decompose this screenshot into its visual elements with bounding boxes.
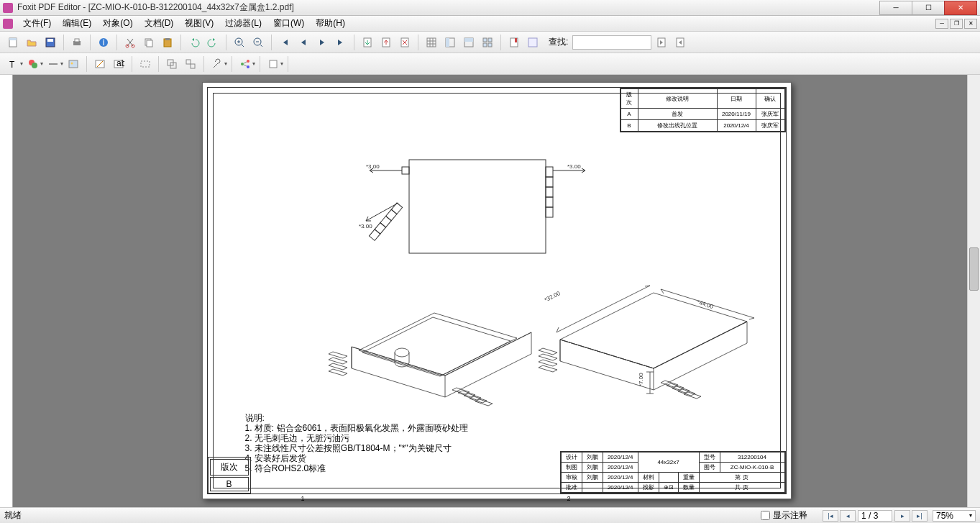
- svg-rect-36: [69, 60, 78, 68]
- maximize-button[interactable]: ☐: [912, 1, 945, 15]
- vertical-scrollbar[interactable]: [967, 75, 980, 507]
- tool-misc-button[interactable]: [524, 34, 541, 51]
- nav-prev-button[interactable]: ◂: [840, 510, 856, 522]
- layout1-button[interactable]: [441, 34, 459, 51]
- group-button[interactable]: [163, 55, 180, 73]
- svg-rect-27: [488, 43, 492, 47]
- menu-doc[interactable]: 文档(D): [139, 17, 180, 29]
- menu-filter[interactable]: 过滤器(L): [219, 17, 267, 29]
- nav-first-button[interactable]: |◂: [823, 510, 838, 522]
- zoom-out-button[interactable]: [249, 34, 267, 51]
- prev-page-button[interactable]: [295, 34, 312, 51]
- show-annotations-label: 显示注释: [773, 509, 807, 522]
- wrench-button[interactable]: [209, 55, 226, 73]
- svg-text:*3.00: *3.00: [567, 163, 581, 170]
- share-button[interactable]: [237, 55, 254, 73]
- mdi-restore-button[interactable]: ❐: [950, 19, 963, 29]
- delete-page-button[interactable]: [396, 34, 413, 51]
- copy-button[interactable]: [140, 34, 157, 51]
- edit-obj-button[interactable]: [91, 55, 109, 73]
- cut-button[interactable]: [122, 34, 139, 51]
- toolbar-secondary: T▾ ▾ ▾ ab ▾ ▾ ▾: [0, 53, 980, 75]
- svg-rect-19: [427, 38, 436, 47]
- paste-button[interactable]: [159, 34, 176, 51]
- app-icon: [3, 3, 13, 13]
- svg-rect-13: [165, 38, 170, 40]
- print-button[interactable]: [68, 34, 86, 51]
- close-button[interactable]: ✕: [944, 1, 977, 15]
- svg-rect-29: [515, 38, 517, 42]
- search-input[interactable]: [572, 35, 651, 50]
- undo-button[interactable]: [186, 34, 203, 51]
- svg-rect-53: [546, 177, 553, 187]
- svg-point-65: [395, 348, 409, 357]
- open-button[interactable]: [23, 34, 40, 51]
- svg-rect-55: [546, 197, 553, 207]
- svg-rect-59: [380, 216, 390, 227]
- mdi-minimize-button[interactable]: ─: [935, 19, 948, 29]
- search-next-button[interactable]: [672, 34, 689, 51]
- edit-text-button[interactable]: ab: [110, 55, 127, 73]
- canvas[interactable]: 版次修改说明日期确认 A首发2020/11/19张庆军 B修改出线孔位置2020…: [13, 75, 980, 507]
- bookmark-button[interactable]: [505, 34, 523, 51]
- nav-next-button[interactable]: ▸: [894, 510, 910, 522]
- svg-rect-44: [186, 60, 191, 64]
- next-page-button[interactable]: [313, 34, 331, 51]
- svg-rect-21: [446, 38, 449, 47]
- menu-app-icon: [3, 19, 13, 29]
- zoom-input[interactable]: 75%▾: [933, 510, 976, 522]
- menu-bar: 文件(F) 编辑(E) 对象(O) 文档(D) 视图(V) 过滤器(L) 窗口(…: [0, 16, 980, 32]
- menu-edit[interactable]: 编辑(E): [57, 17, 97, 29]
- first-page-button[interactable]: [276, 34, 293, 51]
- svg-rect-11: [147, 40, 152, 47]
- page-number-input[interactable]: 1 / 3: [858, 510, 892, 522]
- select-tool-button[interactable]: [137, 55, 154, 73]
- menu-file[interactable]: 文件(F): [17, 17, 57, 29]
- last-page-button[interactable]: [332, 34, 349, 51]
- redo-button[interactable]: [204, 34, 221, 51]
- mdi-close-button[interactable]: ✕: [964, 19, 977, 29]
- sheet-zone-1: 1: [301, 495, 305, 502]
- svg-rect-57: [391, 203, 402, 214]
- layout2-button[interactable]: [460, 34, 477, 51]
- save-button[interactable]: [42, 34, 59, 51]
- status-bar: 就绪 显示注释 |◂ ◂ 1 / 3 ▸ ▸| 75%▾: [0, 507, 980, 523]
- zoom-in-button[interactable]: [231, 34, 248, 51]
- svg-rect-5: [75, 39, 79, 42]
- menu-object[interactable]: 对象(O): [97, 17, 138, 29]
- ungroup-button[interactable]: [182, 55, 199, 73]
- work-area: 版次修改说明日期确认 A首发2020/11/19张庆军 B修改出线孔位置2020…: [0, 75, 980, 507]
- status-ready: 就绪: [4, 509, 22, 522]
- show-annotations-checkbox[interactable]: [761, 511, 770, 520]
- drawing-notes: 说明: 1. 材质: 铝合金6061，表面阳极氧化发黑，外露面喷砂处理 2. 无…: [245, 413, 469, 473]
- line-tool-button[interactable]: [45, 55, 62, 73]
- svg-rect-24: [483, 38, 487, 42]
- minimize-button[interactable]: ─: [879, 1, 912, 15]
- svg-rect-54: [546, 187, 553, 197]
- left-ruler: [0, 75, 13, 507]
- image-tool-button[interactable]: [65, 55, 82, 73]
- svg-text:*3.00: *3.00: [366, 163, 380, 170]
- menu-window[interactable]: 窗口(W): [267, 17, 310, 29]
- svg-rect-23: [464, 38, 473, 42]
- menu-view[interactable]: 视图(V): [179, 17, 219, 29]
- grid-button[interactable]: [423, 34, 440, 51]
- menu-help[interactable]: 帮助(H): [310, 17, 351, 29]
- export-page-button[interactable]: [377, 34, 395, 51]
- svg-point-48: [247, 65, 249, 68]
- svg-text:*3.00: *3.00: [359, 223, 372, 229]
- text-tool-button[interactable]: T: [4, 55, 22, 73]
- svg-rect-52: [546, 167, 553, 177]
- layout3-button[interactable]: [479, 34, 496, 51]
- layer-button[interactable]: [265, 55, 282, 73]
- svg-rect-45: [191, 64, 195, 68]
- nav-last-button[interactable]: ▸|: [912, 510, 928, 522]
- info-button[interactable]: i: [95, 34, 112, 51]
- svg-point-46: [241, 63, 244, 65]
- new-button[interactable]: [4, 34, 22, 51]
- search-prev-button[interactable]: [653, 34, 670, 51]
- svg-rect-51: [402, 167, 409, 174]
- shape-tool-button[interactable]: [24, 55, 42, 73]
- import-page-button[interactable]: [359, 34, 376, 51]
- svg-rect-41: [141, 61, 150, 67]
